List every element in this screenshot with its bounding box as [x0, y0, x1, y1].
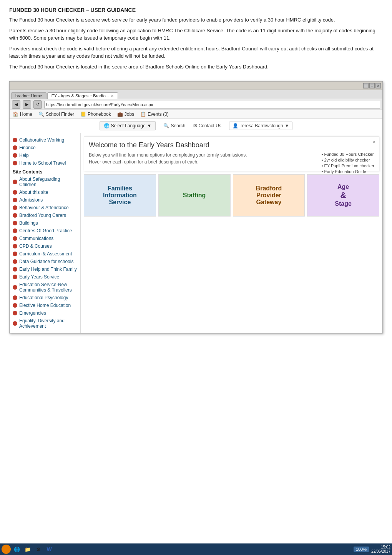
- forward-button[interactable]: ▶: [23, 100, 31, 109]
- bullet-icon: [13, 221, 17, 225]
- nav-jobs-label: Jobs: [125, 112, 134, 117]
- language-dropdown-icon: ▼: [147, 123, 152, 128]
- sidebar-label-behaviour: Behaviour & Attendance: [19, 205, 69, 210]
- url-bar[interactable]: https://bso.bradford.gov.uk/secure/Early…: [44, 101, 380, 108]
- sidebar-item-early-help[interactable]: Early Help and Think Family: [10, 265, 80, 273]
- sidebar-item-communications[interactable]: Communications: [10, 235, 80, 242]
- taskbar-browser-icon[interactable]: 🌐: [12, 545, 22, 554]
- date-display: 22/05/2017: [371, 549, 390, 553]
- sidebar-item-elective-home[interactable]: Elective Home Education: [10, 302, 80, 309]
- taskbar-word-icon[interactable]: W: [45, 545, 54, 554]
- bullet-icon: [13, 198, 17, 202]
- sidebar-item-early-years[interactable]: Early Years Service: [10, 273, 80, 281]
- tab-bradnet-home[interactable]: bradnet Home: [11, 92, 47, 99]
- sidebar-item-curriculum[interactable]: Curriculum & Assessment: [10, 250, 80, 258]
- sidebar-item-education-service[interactable]: Education Service-New Communities & Trav…: [10, 281, 80, 294]
- sidebar-label-finance: Finance: [19, 145, 36, 150]
- nav-jobs[interactable]: 💼 Jobs: [117, 112, 134, 117]
- sidebar-item-young-carers[interactable]: Bradford Young Carers: [10, 212, 80, 219]
- bullet-icon: [13, 311, 17, 315]
- start-button[interactable]: [2, 545, 11, 554]
- sidebar-item-behaviour[interactable]: Behaviour & Attendance: [10, 204, 80, 212]
- tile-staffing-line1: Staffing: [183, 192, 206, 199]
- browser-window: — □ ✕ bradnet Home EY - Ages & Stages ::…: [9, 81, 383, 333]
- school-finder-icon: 🔍: [38, 112, 44, 117]
- refresh-icon: ↺: [36, 102, 40, 107]
- bullet-icon: [13, 180, 17, 184]
- sidebar-item-help[interactable]: Help: [10, 152, 80, 159]
- tile-bradford-line1: Bradford: [256, 185, 282, 192]
- events-icon: 📋: [140, 112, 146, 117]
- bullet-icon: [13, 267, 17, 272]
- sidebar-item-data-guidance[interactable]: Data Guidance for schools: [10, 258, 80, 265]
- forward-icon: ▶: [25, 102, 28, 107]
- back-button[interactable]: ◀: [12, 100, 20, 109]
- bullet-icon: [13, 275, 17, 279]
- bullet-icon: [13, 153, 17, 158]
- sidebar-item-educational-psychology[interactable]: Educational Psychology: [10, 294, 80, 302]
- tile-families-line2: Information: [103, 192, 137, 199]
- search-button[interactable]: 🔍 Search: [163, 123, 185, 128]
- user-icon: 👤: [233, 123, 238, 128]
- sidebar-label-curriculum: Curriculum & Assessment: [19, 251, 72, 257]
- language-label: Select Language: [111, 123, 146, 128]
- nav-events[interactable]: 📋 Events (0): [140, 112, 169, 117]
- sidebar-item-about-site[interactable]: About this site: [10, 188, 80, 196]
- sidebar-label-early-years: Early Years Service: [19, 274, 59, 280]
- search-label: Search: [171, 123, 185, 128]
- tile-bradford[interactable]: Bradford Provider Gateway: [233, 174, 305, 217]
- document-area: FUNDED 30 HOUR CHECKER – USER GUIDANCE T…: [0, 0, 392, 77]
- maximize-button[interactable]: □: [369, 83, 375, 88]
- welcome-close-button[interactable]: ×: [373, 139, 376, 145]
- tile-families-line1: Families: [103, 185, 137, 192]
- sidebar-item-home-to-school[interactable]: Home to School Travel: [10, 159, 80, 167]
- contact-us-button[interactable]: ✉ Contact Us: [193, 123, 221, 128]
- tab-ey-ages[interactable]: EY - Ages & Stages :: Bradfo... ✕: [47, 92, 118, 99]
- sidebar-item-buildings[interactable]: Buildings: [10, 219, 80, 227]
- bullet-icon: [13, 138, 17, 142]
- tab-bradnet-label: bradnet Home: [15, 93, 42, 98]
- nav-events-label: Events (0): [148, 112, 169, 117]
- refresh-button[interactable]: ↺: [33, 100, 42, 109]
- sidebar-label-education-service: Education Service-New Communities & Trav…: [19, 282, 77, 293]
- checklist-item-3: EY Pupil Premium checker: [321, 163, 374, 168]
- sidebar-label-equality: Equality, Diversity and Achievement: [19, 318, 77, 329]
- sidebar-item-emergencies[interactable]: Emergencies: [10, 309, 80, 317]
- sidebar-label-safeguarding: About Safeguarding Children: [19, 177, 77, 187]
- contact-icon: ✉: [193, 123, 197, 128]
- taskbar-settings-icon[interactable]: ⚙: [34, 545, 43, 554]
- tile-age-line2: &: [335, 190, 352, 200]
- sidebar-item-safeguarding[interactable]: About Safeguarding Children: [10, 175, 80, 188]
- language-select-button[interactable]: 🌐 Select Language ▼: [100, 121, 156, 130]
- settings-icon: ⚙: [36, 547, 41, 552]
- sidebar-label-educational-psychology: Educational Psychology: [19, 295, 68, 300]
- nav-phonebook[interactable]: 📒 Phonebook: [80, 112, 111, 117]
- user-menu-button[interactable]: 👤 Teresa Barrowclough ▼: [229, 122, 293, 130]
- back-icon: ◀: [15, 102, 18, 107]
- nav-school-finder[interactable]: 🔍 School Finder: [38, 112, 74, 117]
- close-button[interactable]: ✕: [375, 83, 381, 88]
- tile-age[interactable]: Age & Stage: [307, 174, 379, 217]
- sidebar-label-data-guidance: Data Guidance for schools: [19, 259, 73, 264]
- sidebar-label-collaborative: Collaborative Working: [19, 137, 64, 143]
- bullet-icon: [13, 161, 17, 165]
- sidebar-section-title: Site Contents: [10, 167, 80, 175]
- taskbar-file-icon[interactable]: 📁: [23, 545, 32, 554]
- sidebar-item-centres[interactable]: Centres Of Good Practice: [10, 227, 80, 235]
- utility-bar: 🌐 Select Language ▼ 🔍 Search ✉ Contact U…: [10, 119, 382, 133]
- sidebar-item-finance[interactable]: Finance: [10, 144, 80, 152]
- sidebar-item-admissions[interactable]: Admissions: [10, 196, 80, 204]
- tile-bradford-line2: Provider: [256, 192, 282, 199]
- bullet-icon: [13, 228, 17, 233]
- sidebar-label-emergencies: Emergencies: [19, 310, 46, 316]
- sidebar-label-admissions: Admissions: [19, 197, 43, 203]
- tile-families[interactable]: Families Information Service: [84, 174, 156, 217]
- minimize-button[interactable]: —: [363, 83, 369, 88]
- tile-staffing[interactable]: Staffing: [158, 174, 231, 217]
- sidebar-item-equality[interactable]: Equality, Diversity and Achievement: [10, 317, 80, 330]
- tab-close-icon[interactable]: ✕: [111, 94, 114, 98]
- doc-para-1: The Funded 30 hour Checker is a secure w…: [9, 16, 383, 24]
- sidebar-item-cpd[interactable]: CPD & Courses: [10, 242, 80, 250]
- nav-home[interactable]: 🏠 Home: [13, 112, 32, 117]
- sidebar-item-collaborative[interactable]: Collaborative Working: [10, 136, 80, 144]
